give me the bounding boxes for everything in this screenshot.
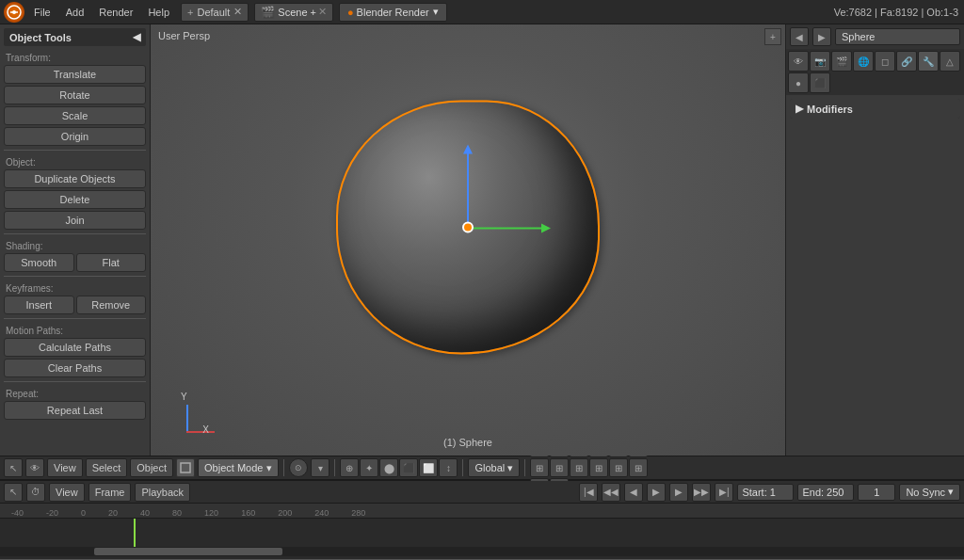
snap-icon-5[interactable]: ⬜ (419, 458, 438, 477)
divider-1 (4, 150, 146, 151)
calculate-paths-btn[interactable]: Calculate Paths (4, 338, 146, 357)
start-input[interactable]: Start: 1 (737, 484, 794, 501)
toolbar-title-text: Object Tools (9, 32, 72, 43)
sep-3 (462, 459, 463, 476)
tab-texture[interactable]: ⬛ (810, 72, 830, 93)
join-btn[interactable]: Join (4, 211, 146, 230)
scrollbar-thumb[interactable] (94, 548, 282, 555)
snap-icon-4[interactable]: ⬛ (399, 458, 418, 477)
timeline-clock-icon[interactable]: ⏱ (26, 483, 45, 502)
object-label: Object: (4, 154, 146, 169)
snap-icon-1[interactable]: ⊕ (340, 458, 359, 477)
tab-view[interactable]: 👁 (788, 51, 809, 72)
tab-material[interactable]: ● (788, 72, 809, 93)
menu-help[interactable]: Help (140, 4, 177, 21)
menu-render[interactable]: Render (91, 4, 140, 21)
duplicate-btn[interactable]: Duplicate Objects (4, 169, 146, 188)
tab-constraints[interactable]: 🔗 (896, 51, 917, 72)
timeline-playback-btn[interactable]: Playback (135, 483, 190, 502)
object-label: (1) Sphere (443, 437, 492, 448)
snap-icon-2[interactable]: ✦ (360, 458, 378, 477)
timeline-content[interactable]: -40 -20 0 20 40 80 120 160 200 240 280 (0, 504, 964, 559)
tab-object[interactable]: ◻ (875, 51, 895, 72)
select-btn[interactable]: Select (86, 458, 128, 477)
no-sync-selector[interactable]: No Sync ▾ (899, 484, 960, 501)
no-sync-label: No Sync (906, 487, 945, 498)
object-btn[interactable]: Object (130, 458, 173, 477)
mode-selector[interactable]: Object Mode ▾ (198, 458, 279, 477)
menu-bar: File Add Render Help (26, 4, 177, 21)
mode-label: Object Mode (204, 462, 263, 473)
menu-add[interactable]: Add (58, 4, 92, 21)
modifiers-header[interactable]: ▶ Modifiers (790, 99, 960, 119)
end-input[interactable]: End: 250 (797, 484, 854, 501)
cursor-icon[interactable]: ↖ (4, 458, 23, 477)
tab-world[interactable]: 🌐 (853, 51, 874, 72)
grid-icon-7[interactable]: ⊞ (530, 458, 549, 477)
jump-end-btn[interactable]: ▶| (715, 483, 733, 502)
nav-forward-btn[interactable]: ▶ (812, 27, 831, 46)
tab-modifiers[interactable]: 🔧 (918, 51, 939, 72)
snap-icon-6[interactable]: ↕ (439, 458, 458, 477)
grid-icon-12[interactable]: ⊞ (629, 458, 648, 477)
tab-data[interactable]: △ (940, 51, 960, 72)
prev-frame-btn[interactable]: ◀ (624, 483, 643, 502)
delete-btn[interactable]: Delete (4, 190, 146, 209)
grid-icon-10[interactable]: ⊞ (589, 458, 608, 477)
keyframes-row: Insert Remove (4, 296, 146, 314)
motion-paths-label: Motion Paths: (4, 323, 146, 338)
remove-btn[interactable]: Remove (76, 296, 147, 314)
jump-next-btn[interactable]: ▶▶ (692, 483, 711, 502)
jump-prev-btn[interactable]: ◀◀ (602, 483, 620, 502)
object-mode-icon[interactable] (176, 458, 195, 477)
grid-icon-8[interactable]: ⊞ (550, 458, 569, 477)
timeline-cursor-icon[interactable]: ↖ (4, 483, 23, 502)
timeline-view-btn[interactable]: View (49, 483, 85, 502)
gizmo-center (462, 222, 474, 233)
snap-icons: ⊕ ✦ ⬤ ⬛ ⬜ ↕ (340, 458, 458, 477)
flat-btn[interactable]: Flat (76, 253, 147, 272)
grid-icon-9[interactable]: ⊞ (570, 458, 588, 477)
divider-5 (4, 381, 146, 382)
scene-dropdown-icon: + (311, 7, 316, 18)
clear-paths-btn[interactable]: Clear Paths (4, 359, 146, 377)
timeline-scrollbar[interactable] (0, 547, 964, 556)
rotate-btn[interactable]: Rotate (4, 86, 146, 104)
viewport[interactable]: X Y (1) Sphere User Persp + (151, 24, 785, 456)
viewport-corner-btn[interactable]: + (764, 28, 781, 45)
repeat-last-btn[interactable]: Repeat Last (4, 401, 146, 420)
origin-btn[interactable]: Origin (4, 127, 146, 146)
eye-icon[interactable]: 👁 (25, 458, 44, 477)
tick-160: 160 (241, 508, 255, 518)
toolbar-title[interactable]: Object Tools ◀ (4, 28, 146, 46)
render-selector[interactable]: ● Blender Render ▾ (339, 3, 447, 22)
nav-back-btn[interactable]: ◀ (790, 27, 809, 46)
jump-start-btn[interactable]: |◀ (579, 483, 598, 502)
play-btn[interactable]: ▶ (647, 483, 666, 502)
insert-btn[interactable]: Insert (4, 296, 74, 314)
frame-input[interactable]: 1 (858, 484, 895, 501)
workspace-tab[interactable]: + Default ✕ (181, 3, 249, 22)
workspace-close-icon[interactable]: ✕ (233, 6, 242, 18)
pivot-btn[interactable]: ⊙ (289, 458, 308, 477)
pivot-dropdown[interactable]: ▾ (311, 458, 329, 477)
smooth-btn[interactable]: Smooth (4, 253, 74, 272)
global-selector[interactable]: Global ▾ (468, 458, 520, 477)
snap-icon-3[interactable]: ⬤ (379, 458, 398, 477)
timeline-track[interactable] (0, 519, 964, 547)
scene-selector[interactable]: 🎬 Scene + ✕ (254, 3, 333, 22)
next-frame-btn[interactable]: ▶ (669, 483, 688, 502)
scene-x-icon[interactable]: ✕ (318, 6, 327, 18)
left-toolbar: Object Tools ◀ Transform: Translate Rota… (0, 24, 151, 456)
tab-scene[interactable]: 🎬 (831, 51, 852, 72)
blender-logo[interactable] (4, 2, 24, 23)
top-bar-left: File Add Render Help + Default ✕ 🎬 Scene… (0, 2, 453, 23)
view-btn[interactable]: View (47, 458, 83, 477)
scale-btn[interactable]: Scale (4, 106, 146, 125)
toolbar-collapse-icon[interactable]: ◀ (133, 31, 140, 43)
grid-icon-11[interactable]: ⊞ (609, 458, 628, 477)
timeline-frame-btn[interactable]: Frame (88, 483, 132, 502)
translate-btn[interactable]: Translate (4, 65, 146, 84)
tab-render[interactable]: 📷 (810, 51, 830, 72)
menu-file[interactable]: File (26, 4, 58, 21)
